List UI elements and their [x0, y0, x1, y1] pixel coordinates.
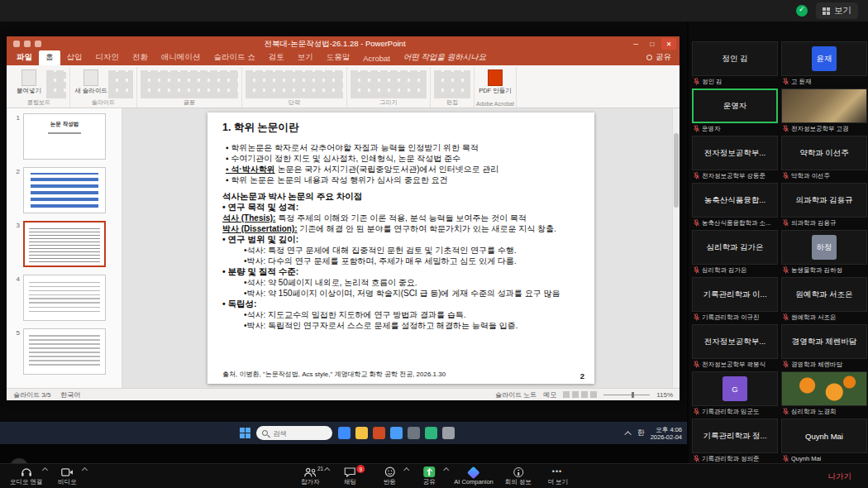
ribbon-controls-placeholder[interactable]: [141, 70, 238, 98]
participant-cell[interactable]: 약학과 이선주 약학과 이선주: [781, 136, 867, 181]
participant-video-tile[interactable]: G: [692, 371, 778, 406]
slide-thumbnail[interactable]: 2: [10, 167, 117, 213]
leave-button[interactable]: 나가기: [820, 464, 861, 488]
quick-access-toolbar[interactable]: [13, 41, 41, 47]
ribbon-controls-placeholder[interactable]: [46, 70, 66, 98]
tray-expand-icon[interactable]: [624, 431, 631, 438]
reactions-chevron-icon[interactable]: [403, 467, 409, 473]
share-screen-button[interactable]: 공유: [409, 464, 449, 488]
participant-cell[interactable]: 하정 농생물학과 김하정: [781, 230, 867, 275]
participant-cell[interactable]: 의과학과 김용규 의과학과 김용규: [781, 183, 867, 228]
taskbar-app-icon[interactable]: [390, 427, 403, 439]
participant-video-tile[interactable]: 심리학과 김가은: [692, 230, 778, 265]
participant-cell[interactable]: 심리학과 김가은 심리학과 김가은: [692, 230, 778, 275]
search-input[interactable]: [271, 428, 321, 438]
undo-icon[interactable]: [24, 41, 31, 47]
participant-video-tile[interactable]: [781, 89, 867, 123]
taskbar-app-icon[interactable]: [442, 427, 455, 439]
participant-video-tile[interactable]: 원예학과 서조은: [781, 277, 867, 312]
participant-cell[interactable]: 운영자 운영자: [692, 89, 778, 134]
participant-cell[interactable]: 전자정보공학부 고경: [781, 89, 867, 134]
participant-cell[interactable]: 전자정보공학부... 전자정보공학부 강동준: [692, 136, 778, 181]
share-chevron-icon[interactable]: [443, 467, 449, 473]
participant-cell[interactable]: 경영학과 체렌바담 경영학과 체렌바담: [781, 324, 867, 370]
ribbon-big-button[interactable]: PDF 만들기: [478, 69, 513, 94]
save-icon[interactable]: [13, 41, 20, 47]
participant-video-tile[interactable]: 경영학과 체렌바담: [781, 324, 867, 359]
participant-video-tile[interactable]: Quynh Mai: [781, 419, 867, 453]
participant-cell[interactable]: 기록관리학과 정... 기록관리학과 정의준: [692, 419, 778, 464]
slide-thumbnail[interactable]: 4: [10, 275, 117, 321]
video-button[interactable]: 비디오: [48, 464, 88, 488]
ribbon-tab[interactable]: 애니메이션: [155, 50, 207, 65]
ribbon-tab[interactable]: 어떤 작업을 원하시나요: [397, 50, 493, 65]
participant-video-tile[interactable]: 정인 김: [692, 41, 778, 76]
participant-video-tile[interactable]: [781, 371, 867, 406]
ai-companion-button[interactable]: AI Companion: [449, 464, 498, 488]
view-mode-icons[interactable]: [563, 391, 597, 398]
taskbar-app-icon[interactable]: [355, 427, 368, 439]
participant-cell[interactable]: 심리학과 노경희: [781, 371, 867, 417]
start-button-icon[interactable]: [240, 428, 250, 438]
participant-cell[interactable]: 기록관리학과 이... 기록관리학과 이규진: [692, 277, 778, 323]
video-options-chevron-icon[interactable]: [82, 467, 88, 473]
security-shield-icon[interactable]: [796, 5, 808, 17]
thumbnail-preview[interactable]: [23, 275, 106, 321]
taskbar-app-icon[interactable]: [373, 427, 385, 439]
ppt-share-button[interactable]: 공유: [638, 52, 680, 65]
participant-cell[interactable]: Quynh Mai Quynh Mai: [781, 419, 867, 464]
zoom-slider[interactable]: [603, 395, 650, 395]
taskbar-clock[interactable]: 오후 4:06 2026-02-04: [651, 426, 682, 441]
ribbon-tab[interactable]: 검토: [262, 50, 291, 65]
participant-video-tile[interactable]: 기록관리학과 이...: [692, 277, 778, 312]
zoom-percentage[interactable]: 115%: [656, 391, 673, 399]
ribbon-tab[interactable]: 삽입: [60, 50, 89, 65]
ribbon-big-button[interactable]: 새 슬라이드: [74, 69, 108, 94]
slide-thumbnail[interactable]: 3: [10, 221, 117, 267]
ribbon-controls-placeholder[interactable]: [434, 70, 470, 98]
participant-cell[interactable]: 윤재 고 윤재: [781, 41, 867, 87]
thumbnail-preview[interactable]: 논문 작성법: [23, 113, 106, 160]
chat-button[interactable]: 9 채팅: [330, 464, 370, 488]
participants-button[interactable]: 21 참가자: [290, 464, 330, 488]
ribbon-controls-placeholder[interactable]: [246, 70, 343, 98]
taskbar-app-icon[interactable]: [338, 427, 351, 439]
memo-button[interactable]: 메모: [543, 390, 556, 399]
ribbon-controls-placeholder[interactable]: [351, 70, 427, 98]
participant-video-tile[interactable]: 하정: [781, 230, 867, 265]
participant-video-tile[interactable]: 약학과 이선주: [781, 136, 867, 170]
participant-video-tile[interactable]: 운영자: [692, 89, 778, 123]
taskbar-search[interactable]: [256, 426, 332, 440]
close-icon[interactable]: [661, 38, 676, 50]
slide-thumbnail[interactable]: 1 논문 작성법: [10, 113, 117, 160]
audio-button[interactable]: 오디오 연결: [5, 464, 48, 488]
participant-video-tile[interactable]: 윤재: [781, 41, 867, 76]
participant-cell[interactable]: 원예학과 서조은 원예학과 서조은: [781, 277, 867, 323]
participant-video-tile[interactable]: 기록관리학과 정...: [692, 419, 778, 453]
ribbon-tab[interactable]: 보기: [291, 50, 320, 65]
participant-cell[interactable]: 정인 김 정인 김: [692, 41, 778, 87]
language-indicator[interactable]: 한국어: [60, 390, 80, 399]
participant-cell[interactable]: G 기록관리학과 임군도: [692, 371, 778, 417]
taskbar-app-icon[interactable]: [408, 427, 420, 439]
participant-video-tile[interactable]: 의과학과 김용규: [781, 183, 867, 218]
meeting-info-button[interactable]: 회의 정보: [498, 464, 538, 488]
participant-video-tile[interactable]: 농축산식품융합...: [692, 183, 778, 218]
slide-thumbnail[interactable]: 5: [10, 328, 117, 375]
participant-video-tile[interactable]: 전자정보공학부...: [692, 136, 778, 170]
participant-video-tile[interactable]: 전자정보공학부...: [692, 324, 778, 359]
thumbnail-preview[interactable]: [23, 221, 106, 267]
ime-language-indicator[interactable]: 한: [637, 428, 645, 438]
ribbon-big-button[interactable]: 붙여넣기: [12, 69, 46, 94]
maximize-icon[interactable]: [645, 38, 660, 50]
ribbon-controls-placeholder[interactable]: [108, 70, 133, 98]
view-button[interactable]: 보기: [816, 2, 858, 19]
ribbon-tab[interactable]: 전환: [126, 50, 155, 65]
ribbon-tab[interactable]: 파일: [10, 50, 39, 65]
thumbnail-preview[interactable]: [23, 167, 106, 213]
thumbnail-preview[interactable]: [23, 328, 106, 375]
ribbon-tab[interactable]: 홈: [39, 50, 60, 65]
participant-cell[interactable]: 농축산식품융합... 농축산식품융합학과 소...: [692, 183, 778, 228]
reactions-button[interactable]: 반응: [370, 464, 409, 488]
ribbon-tab[interactable]: 디자인: [89, 50, 126, 65]
